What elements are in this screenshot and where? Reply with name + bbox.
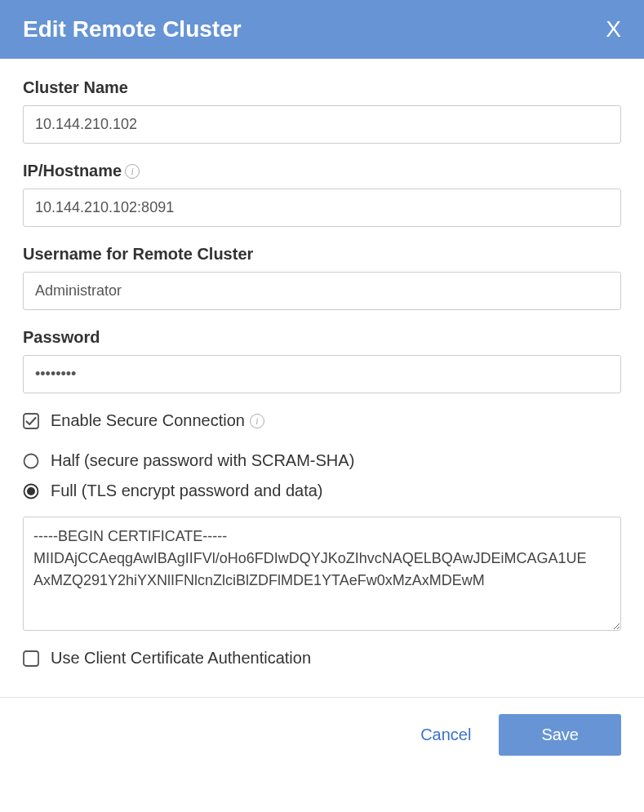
secure-half-radio[interactable]: [23, 453, 39, 469]
username-group: Username for Remote Cluster: [23, 245, 621, 310]
secure-full-radio[interactable]: [23, 483, 39, 499]
cluster-name-group: Cluster Name: [23, 78, 621, 144]
dialog-title: Edit Remote Cluster: [23, 16, 242, 42]
enable-secure-row[interactable]: Enable Secure Connection i: [23, 411, 621, 430]
password-group: Password: [23, 328, 621, 393]
client-cert-label: Use Client Certificate Authentication: [51, 649, 311, 668]
info-icon[interactable]: i: [250, 414, 264, 428]
secure-connection-section: Enable Secure Connection i Half (secure …: [23, 411, 621, 668]
enable-secure-label: Enable Secure Connection: [51, 411, 245, 430]
close-button[interactable]: X: [606, 18, 621, 41]
hostname-group: IP/Hostname i: [23, 162, 621, 227]
client-cert-row[interactable]: Use Client Certificate Authentication: [23, 649, 621, 668]
cluster-name-input[interactable]: [23, 105, 621, 144]
enable-secure-checkbox[interactable]: [23, 413, 39, 429]
svg-point-3: [27, 487, 35, 495]
hostname-label: IP/Hostname i: [23, 162, 621, 180]
secure-full-label: Full (TLS encrypt password and data): [51, 481, 323, 500]
certificate-textarea[interactable]: [23, 517, 621, 631]
dialog-body: Cluster Name IP/Hostname i Username for …: [0, 59, 644, 697]
secure-mode-radio-group: Half (secure password with SCRAM-SHA) Fu…: [23, 451, 621, 500]
secure-half-label: Half (secure password with SCRAM-SHA): [51, 451, 354, 470]
save-button[interactable]: Save: [499, 714, 621, 756]
client-cert-checkbox[interactable]: [23, 650, 39, 667]
edit-remote-cluster-dialog: Edit Remote Cluster X Cluster Name IP/Ho…: [0, 0, 644, 775]
password-input[interactable]: [23, 355, 621, 393]
svg-point-1: [24, 454, 38, 468]
password-label: Password: [23, 328, 621, 347]
cancel-button[interactable]: Cancel: [415, 725, 476, 745]
dialog-footer: Cancel Save: [0, 697, 644, 775]
info-icon[interactable]: i: [125, 164, 140, 179]
dialog-header: Edit Remote Cluster X: [0, 0, 644, 59]
secure-full-row[interactable]: Full (TLS encrypt password and data): [23, 481, 621, 500]
hostname-input[interactable]: [23, 189, 621, 227]
username-input[interactable]: [23, 272, 621, 310]
secure-half-row[interactable]: Half (secure password with SCRAM-SHA): [23, 451, 621, 470]
svg-rect-4: [24, 651, 38, 666]
username-label: Username for Remote Cluster: [23, 245, 621, 264]
cluster-name-label: Cluster Name: [23, 78, 621, 97]
hostname-label-text: IP/Hostname: [23, 162, 122, 180]
